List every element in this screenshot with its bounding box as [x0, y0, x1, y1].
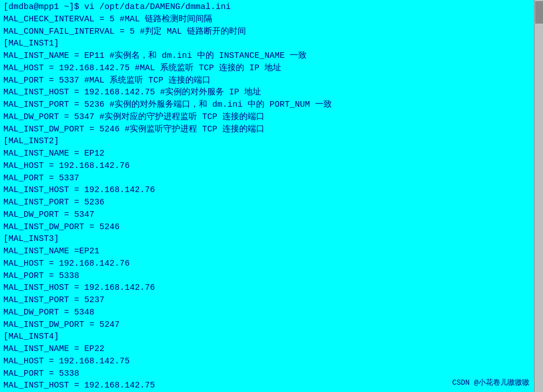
- terminal-line: MAL_PORT = 5337: [3, 172, 540, 185]
- terminal-line: MAL_INST_PORT = 5236 #实例的对外服务端口，和 dm.ini…: [3, 99, 540, 111]
- terminal-line: [MAL_INST1]: [3, 38, 540, 50]
- terminal-line: MAL_INST_DW_PORT = 5246 #实例监听守护进程 TCP 连接…: [3, 124, 540, 136]
- terminal-line: MAL_PORT = 5338: [3, 270, 540, 282]
- terminal-line: MAL_INST_NAME = EP22: [3, 343, 540, 355]
- terminal-line: MAL_CHECK_INTERVAL = 5 #MAL 链路检测时间间隔: [3, 13, 540, 26]
- watermark: CSDN @小花卷儿嗷嗷嗷: [452, 377, 530, 388]
- terminal-line: MAL_HOST = 192.168.142.75: [3, 355, 540, 368]
- terminal-line: MAL_HOST = 192.168.142.75 #MAL 系统监听 TCP …: [3, 62, 540, 75]
- terminal-line: MAL_HOST = 192.168.142.76: [3, 258, 540, 270]
- terminal-line: MAL_INST_HOST = 192.168.142.76: [3, 184, 540, 197]
- terminal-line: MAL_DW_PORT = 5348: [3, 307, 540, 319]
- terminal-line: MAL_INST_PORT = 5236: [3, 197, 540, 209]
- terminal-line: MAL_INST_DW_PORT = 5247: [3, 319, 540, 331]
- terminal-line: [MAL_INST4]: [3, 331, 540, 343]
- terminal-line: MAL_INST_DW_PORT = 5246: [3, 221, 540, 234]
- terminal-line: MAL_DW_PORT = 5347 #实例对应的守护进程监听 TCP 连接的端…: [3, 111, 540, 124]
- terminal-line: MAL_DW_PORT = 5347: [3, 209, 540, 221]
- terminal-line: MAL_INST_NAME =EP21: [3, 245, 540, 258]
- scrollbar-thumb[interactable]: [535, 1, 543, 24]
- scrollbar[interactable]: [534, 0, 543, 392]
- terminal-line: MAL_INST_PORT = 5237: [3, 294, 540, 307]
- terminal-window: [dmdba@mpp1 ~]$ vi /opt/data/DAMENG/dmma…: [0, 0, 543, 392]
- terminal-line: MAL_INST_NAME = EP11 #实例名，和 dm.ini 中的 IN…: [3, 50, 540, 62]
- terminal-line: [dmdba@mpp1 ~]$ vi /opt/data/DAMENG/dmma…: [3, 1, 540, 13]
- terminal-line: MAL_INST_HOST = 192.168.142.76: [3, 282, 540, 294]
- terminal-line: MAL_INST_NAME = EP12: [3, 148, 540, 160]
- terminal-line: MAL_CONN_FAIL_INTERVAL = 5 #判定 MAL 链路断开的…: [3, 26, 540, 38]
- terminal-line: [MAL_INST3]: [3, 233, 540, 245]
- terminal-line: [MAL_INST2]: [3, 135, 540, 148]
- terminal-line: MAL_HOST = 192.168.142.76: [3, 160, 540, 172]
- terminal-line: MAL_PORT = 5337 #MAL 系统监听 TCP 连接的端口: [3, 75, 540, 87]
- terminal-line: MAL_INST_HOST = 192.168.142.75 #实例的对外服务 …: [3, 86, 540, 99]
